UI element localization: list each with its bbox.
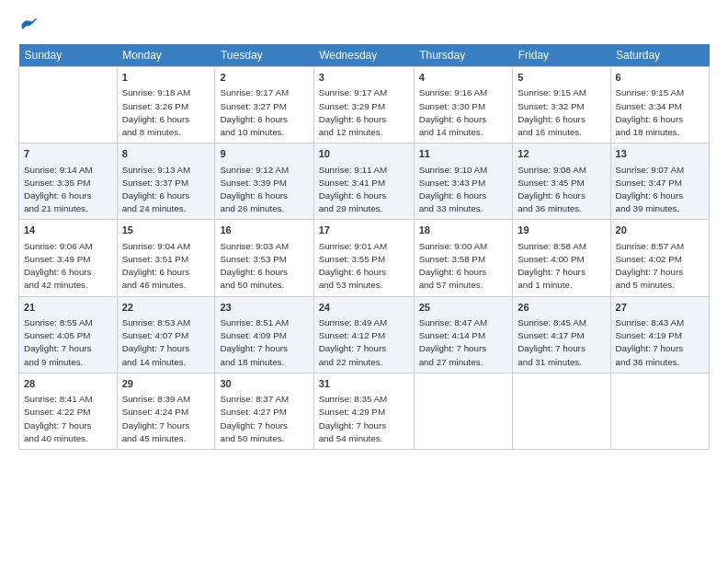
calendar-week-5: 28Sunrise: 8:41 AMSunset: 4:22 PMDayligh… [19,373,710,449]
calendar-cell [414,373,513,449]
day-info: Sunrise: 8:43 AMSunset: 4:19 PMDaylight:… [616,316,704,369]
header-day-wednesday: Wednesday [313,44,414,67]
calendar-cell: 22Sunrise: 8:53 AMSunset: 4:07 PMDayligh… [117,296,215,373]
day-info: Sunrise: 8:37 AMSunset: 4:27 PMDaylight:… [220,393,308,445]
calendar-cell [19,67,118,144]
header-day-thursday: Thursday [414,44,513,67]
calendar-cell: 2Sunrise: 9:17 AMSunset: 3:27 PMDaylight… [215,67,313,144]
day-number: 10 [319,147,409,161]
day-info: Sunrise: 9:06 AMSunset: 3:49 PMDaylight:… [24,240,112,293]
calendar-cell: 19Sunrise: 8:58 AMSunset: 4:00 PMDayligh… [513,220,610,296]
calendar-cell: 12Sunrise: 9:08 AMSunset: 3:45 PMDayligh… [513,144,610,220]
day-number: 7 [24,147,112,161]
calendar-cell: 17Sunrise: 9:01 AMSunset: 3:55 PMDayligh… [313,220,414,296]
calendar-week-1: 1Sunrise: 9:18 AMSunset: 3:26 PMDaylight… [19,67,710,144]
calendar-cell: 28Sunrise: 8:41 AMSunset: 4:22 PMDayligh… [19,373,118,449]
calendar-cell: 24Sunrise: 8:49 AMSunset: 4:12 PMDayligh… [313,296,414,373]
day-number: 1 [122,71,210,85]
day-number: 12 [518,147,605,161]
calendar-cell: 20Sunrise: 8:57 AMSunset: 4:02 PMDayligh… [610,220,709,296]
day-info: Sunrise: 8:49 AMSunset: 4:12 PMDaylight:… [319,316,409,369]
day-number: 15 [122,224,210,237]
day-number: 22 [122,301,210,315]
calendar-table: SundayMondayTuesdayWednesdayThursdayFrid… [18,44,710,450]
day-number: 2 [220,71,308,85]
calendar-week-3: 14Sunrise: 9:06 AMSunset: 3:49 PMDayligh… [19,220,710,296]
header-day-friday: Friday [513,44,610,67]
day-number: 20 [616,224,704,237]
header-day-sunday: Sunday [19,44,118,67]
day-info: Sunrise: 9:13 AMSunset: 3:37 PMDaylight:… [122,164,210,216]
calendar-cell: 15Sunrise: 9:04 AMSunset: 3:51 PMDayligh… [117,220,215,296]
day-info: Sunrise: 8:35 AMSunset: 4:29 PMDaylight:… [319,393,409,445]
day-number: 21 [24,301,112,315]
calendar-cell: 31Sunrise: 8:35 AMSunset: 4:29 PMDayligh… [313,373,414,449]
day-number: 17 [319,224,409,237]
day-number: 31 [319,377,409,391]
day-info: Sunrise: 9:10 AMSunset: 3:43 PMDaylight:… [419,164,508,216]
day-info: Sunrise: 9:17 AMSunset: 3:29 PMDaylight:… [319,86,409,139]
day-info: Sunrise: 9:15 AMSunset: 3:32 PMDaylight:… [518,86,605,139]
day-number: 16 [220,224,308,237]
day-info: Sunrise: 9:12 AMSunset: 3:39 PMDaylight:… [220,164,308,216]
calendar-cell: 18Sunrise: 9:00 AMSunset: 3:58 PMDayligh… [414,220,513,296]
calendar-cell: 30Sunrise: 8:37 AMSunset: 4:27 PMDayligh… [215,373,313,449]
day-number: 5 [518,71,605,85]
page: SundayMondayTuesdayWednesdayThursdayFrid… [0,0,728,563]
day-number: 24 [319,301,409,315]
logo [18,15,39,35]
day-info: Sunrise: 8:41 AMSunset: 4:22 PMDaylight:… [24,393,112,445]
calendar-week-2: 7Sunrise: 9:14 AMSunset: 3:35 PMDaylight… [19,144,710,220]
day-number: 28 [24,377,112,391]
header-row: SundayMondayTuesdayWednesdayThursdayFrid… [19,44,710,67]
day-info: Sunrise: 9:17 AMSunset: 3:27 PMDaylight:… [220,86,308,139]
day-number: 13 [616,147,704,161]
day-info: Sunrise: 9:15 AMSunset: 3:34 PMDaylight:… [616,86,704,139]
header-day-tuesday: Tuesday [215,44,313,67]
day-info: Sunrise: 8:45 AMSunset: 4:17 PMDaylight:… [518,316,605,369]
day-info: Sunrise: 9:18 AMSunset: 3:26 PMDaylight:… [122,86,210,139]
calendar-cell: 5Sunrise: 9:15 AMSunset: 3:32 PMDaylight… [513,67,610,144]
day-info: Sunrise: 9:14 AMSunset: 3:35 PMDaylight:… [24,164,112,216]
day-number: 25 [419,301,508,315]
calendar-week-4: 21Sunrise: 8:55 AMSunset: 4:05 PMDayligh… [19,296,710,373]
header-day-saturday: Saturday [610,44,709,67]
header [18,15,710,35]
day-info: Sunrise: 9:01 AMSunset: 3:55 PMDaylight:… [319,240,409,293]
calendar-cell: 29Sunrise: 8:39 AMSunset: 4:24 PMDayligh… [117,373,215,449]
calendar-cell: 13Sunrise: 9:07 AMSunset: 3:47 PMDayligh… [610,144,709,220]
calendar-cell: 1Sunrise: 9:18 AMSunset: 3:26 PMDaylight… [117,67,215,144]
day-info: Sunrise: 8:51 AMSunset: 4:09 PMDaylight:… [220,316,308,369]
day-number: 26 [518,301,605,315]
day-number: 18 [419,224,508,237]
calendar-cell [513,373,610,449]
day-number: 30 [220,377,308,391]
day-number: 29 [122,377,210,391]
day-info: Sunrise: 9:03 AMSunset: 3:53 PMDaylight:… [220,240,308,293]
calendar-cell: 27Sunrise: 8:43 AMSunset: 4:19 PMDayligh… [610,296,709,373]
day-info: Sunrise: 8:47 AMSunset: 4:14 PMDaylight:… [419,316,508,369]
calendar-cell: 7Sunrise: 9:14 AMSunset: 3:35 PMDaylight… [19,144,118,220]
day-number: 3 [319,71,409,85]
calendar-cell: 3Sunrise: 9:17 AMSunset: 3:29 PMDaylight… [313,67,414,144]
day-number: 27 [616,301,704,315]
calendar-cell: 23Sunrise: 8:51 AMSunset: 4:09 PMDayligh… [215,296,313,373]
calendar-cell: 25Sunrise: 8:47 AMSunset: 4:14 PMDayligh… [414,296,513,373]
day-number: 11 [419,147,508,161]
day-info: Sunrise: 9:07 AMSunset: 3:47 PMDaylight:… [616,164,704,216]
calendar-cell: 9Sunrise: 9:12 AMSunset: 3:39 PMDaylight… [215,144,313,220]
day-info: Sunrise: 9:00 AMSunset: 3:58 PMDaylight:… [419,240,508,293]
day-info: Sunrise: 9:16 AMSunset: 3:30 PMDaylight:… [419,86,508,139]
day-info: Sunrise: 8:57 AMSunset: 4:02 PMDaylight:… [616,240,704,293]
calendar-cell: 16Sunrise: 9:03 AMSunset: 3:53 PMDayligh… [215,220,313,296]
day-number: 23 [220,301,308,315]
day-number: 19 [518,224,605,237]
day-number: 14 [24,224,112,237]
calendar-cell [610,373,709,449]
calendar-cell: 10Sunrise: 9:11 AMSunset: 3:41 PMDayligh… [313,144,414,220]
day-number: 9 [220,147,308,161]
day-number: 6 [616,71,704,85]
day-number: 8 [122,147,210,161]
calendar-cell: 21Sunrise: 8:55 AMSunset: 4:05 PMDayligh… [19,296,118,373]
day-info: Sunrise: 9:11 AMSunset: 3:41 PMDaylight:… [319,164,409,216]
